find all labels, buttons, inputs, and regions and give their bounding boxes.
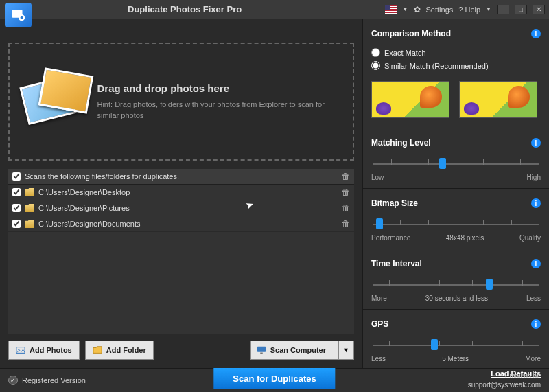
exact-match-radio[interactable]: Exact Match bbox=[371, 48, 541, 57]
row-checkbox[interactable] bbox=[12, 204, 21, 212]
svg-rect-5 bbox=[257, 347, 266, 352]
svg-rect-6 bbox=[260, 353, 263, 354]
trash-icon[interactable]: 🗑 bbox=[342, 172, 350, 181]
logo-icon bbox=[11, 8, 26, 23]
file-row[interactable]: C:\Users\Designer\Desktop 🗑 bbox=[8, 185, 354, 200]
file-list-header: Scans the following files/folders for du… bbox=[8, 169, 354, 185]
trash-icon[interactable]: 🗑 bbox=[342, 187, 350, 197]
row-checkbox[interactable] bbox=[12, 188, 21, 196]
scan-computer-button[interactable]: Scan Computer bbox=[250, 341, 339, 360]
file-row[interactable]: C:\Users\Designer\Documents 🗑 bbox=[8, 216, 354, 232]
drop-hint: Hint: Drag photos, folders with your pho… bbox=[97, 100, 342, 122]
trash-icon[interactable]: 🗑 bbox=[342, 203, 350, 213]
registered-label: Registered Version bbox=[22, 376, 86, 384]
app-logo bbox=[5, 3, 32, 27]
info-icon[interactable]: i bbox=[531, 198, 541, 208]
bitmap-size-title: Bitmap Size bbox=[371, 198, 418, 208]
info-icon[interactable]: i bbox=[531, 259, 541, 268]
scan-computer-label: Scan Computer bbox=[270, 346, 326, 354]
thumb-image bbox=[459, 81, 537, 118]
add-folder-label: Add Folder bbox=[106, 346, 146, 354]
gear-icon[interactable]: ✿ bbox=[414, 5, 421, 14]
bitmap-size-slider[interactable] bbox=[373, 216, 539, 231]
photos-icon bbox=[16, 345, 25, 355]
minimize-button[interactable]: — bbox=[497, 5, 509, 14]
action-row: Add Photos Add Folder Scan Computer ▼ bbox=[8, 341, 354, 360]
close-button[interactable]: ✕ bbox=[533, 5, 545, 14]
support-email: Email us at: support@systweak.com bbox=[468, 371, 541, 389]
drop-heading: Drag and drop photos here bbox=[97, 82, 342, 94]
time-interval-title: Time Interval bbox=[371, 259, 422, 268]
check-icon: ✓ bbox=[8, 376, 18, 385]
info-icon[interactable]: i bbox=[531, 29, 541, 38]
matching-level-title: Matching Level bbox=[371, 138, 431, 148]
title-bar: Duplicate Photos Fixer Pro ▼ ✿ Settings … bbox=[0, 0, 549, 19]
maximize-button[interactable]: □ bbox=[515, 5, 527, 14]
language-flag-icon[interactable] bbox=[385, 5, 397, 14]
gps-slider[interactable] bbox=[373, 337, 539, 352]
row-path: C:\Users\Designer\Pictures bbox=[38, 204, 130, 212]
folder-icon bbox=[25, 220, 34, 228]
trash-icon[interactable]: 🗑 bbox=[342, 219, 350, 229]
photo-stack-icon bbox=[21, 67, 87, 136]
monitor-icon bbox=[257, 345, 266, 355]
folder-icon bbox=[25, 188, 34, 196]
drop-area[interactable]: Drag and drop photos here Hint: Drag pho… bbox=[8, 43, 354, 161]
select-all-checkbox[interactable] bbox=[12, 172, 21, 181]
row-path: C:\Users\Designer\Desktop bbox=[38, 188, 130, 196]
right-pane: Comparison Method i Exact Match Similar … bbox=[362, 19, 549, 368]
file-list: Scans the following files/folders for du… bbox=[8, 169, 354, 334]
file-list-header-label: Scans the following files/folders for du… bbox=[25, 172, 179, 181]
help-link[interactable]: ? Help bbox=[458, 5, 480, 14]
app-title: Duplicate Photos Fixer Pro bbox=[128, 4, 242, 14]
thumb-image bbox=[371, 81, 449, 118]
gps-title: GPS bbox=[371, 319, 388, 329]
file-row[interactable]: C:\Users\Designer\Pictures 🗑 bbox=[8, 200, 354, 216]
info-icon[interactable]: i bbox=[531, 319, 541, 329]
folder-icon bbox=[93, 345, 102, 355]
svg-point-2 bbox=[21, 16, 23, 19]
left-pane: Drag and drop photos here Hint: Drag pho… bbox=[0, 19, 362, 368]
folder-icon bbox=[25, 204, 34, 212]
time-interval-slider[interactable] bbox=[373, 277, 539, 292]
row-path: C:\Users\Designer\Documents bbox=[38, 220, 141, 228]
scan-for-duplicates-button[interactable]: Scan for Duplicates bbox=[213, 368, 335, 389]
add-photos-label: Add Photos bbox=[30, 346, 72, 354]
help-dropdown-icon[interactable]: ▼ bbox=[486, 6, 491, 12]
comparison-thumbnails bbox=[371, 81, 541, 118]
matching-level-slider[interactable] bbox=[373, 156, 539, 171]
row-checkbox[interactable] bbox=[12, 220, 21, 228]
language-dropdown-icon[interactable]: ▼ bbox=[403, 6, 408, 12]
settings-link[interactable]: Settings bbox=[426, 5, 454, 14]
info-icon[interactable]: i bbox=[531, 138, 541, 148]
add-folder-button[interactable]: Add Folder bbox=[85, 341, 154, 360]
comparison-method-title: Comparison Method i bbox=[371, 29, 541, 38]
scan-computer-dropdown[interactable]: ▼ bbox=[339, 341, 354, 360]
similar-match-radio[interactable]: Similar Match (Recommended) bbox=[371, 61, 541, 70]
add-photos-button[interactable]: Add Photos bbox=[8, 341, 80, 360]
